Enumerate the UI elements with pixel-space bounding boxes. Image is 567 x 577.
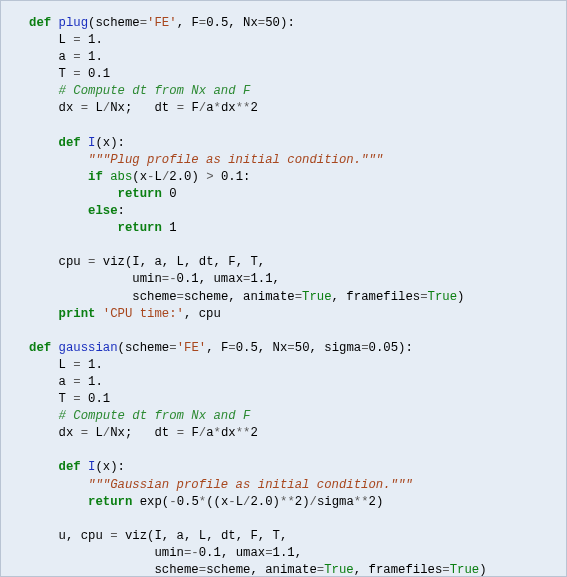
num: 50 <box>265 16 280 30</box>
sig: (x): <box>95 460 125 474</box>
num: 1.1 <box>273 546 295 560</box>
builtin-exp: exp <box>132 495 162 509</box>
eq: = <box>442 563 449 577</box>
arg: , cpu <box>184 307 221 321</box>
num: 1 <box>162 221 177 235</box>
arg: umin <box>29 546 184 560</box>
var: sigma <box>317 495 354 509</box>
eq: = <box>265 546 272 560</box>
eq: =- <box>162 272 177 286</box>
arg: , umax <box>221 546 265 560</box>
paren: ) <box>273 495 280 509</box>
call: viz(I, a, L, dt, F, T, <box>118 529 288 543</box>
func-name: gaussian <box>59 341 118 355</box>
eq: = <box>73 50 80 64</box>
eq: = <box>228 341 235 355</box>
expr: F <box>184 426 199 440</box>
expr: L <box>88 101 103 115</box>
expr: F <box>184 101 199 115</box>
keyword-print: print <box>29 307 95 321</box>
sig: (x): <box>95 136 125 150</box>
op: ** <box>280 495 295 509</box>
sig: , F <box>206 341 228 355</box>
num: 2 <box>369 495 376 509</box>
expr: a <box>206 101 213 115</box>
keyword-def: def <box>29 136 81 150</box>
eq: = <box>420 290 427 304</box>
eq: = <box>73 67 80 81</box>
arg: umin <box>29 272 162 286</box>
expr: Nx; dt <box>110 101 176 115</box>
sig: , F <box>177 16 199 30</box>
op: - <box>228 495 235 509</box>
op: > <box>206 170 213 184</box>
colon: : <box>118 204 125 218</box>
code-block: def plug(scheme='FE', F=0.5, Nx=50): L =… <box>29 15 556 577</box>
num: 0 <box>162 187 177 201</box>
arg: , framefiles <box>354 563 443 577</box>
eq: = <box>110 529 117 543</box>
expr: L <box>236 495 243 509</box>
keyword-return: return <box>29 221 162 235</box>
sig: , Nx <box>258 341 288 355</box>
num: 1.1 <box>250 272 272 286</box>
comment: # Compute dt from Nx and F <box>29 84 250 98</box>
call: viz(I, a, L, dt, F, T, <box>95 255 265 269</box>
close-paren: ) <box>479 563 486 577</box>
op: - <box>169 495 176 509</box>
comma: , <box>273 272 280 286</box>
num: 0.1 <box>199 546 221 560</box>
num: 0.5 <box>206 16 228 30</box>
num: 2 <box>250 101 257 115</box>
func-name: plug <box>59 16 89 30</box>
keyword-return: return <box>29 495 132 509</box>
eq: = <box>177 426 184 440</box>
assign: T <box>29 392 73 406</box>
builtin-true: True <box>450 563 480 577</box>
expr: dx <box>221 426 236 440</box>
keyword-if: if <box>29 170 103 184</box>
keyword-def: def <box>29 16 51 30</box>
eq: = <box>140 16 147 30</box>
eq: = <box>81 101 88 115</box>
sig-close: ): <box>280 16 295 30</box>
eq: = <box>73 375 80 389</box>
sig: , Nx <box>228 16 258 30</box>
str: 'FE' <box>177 341 207 355</box>
num: 0.5 <box>236 341 258 355</box>
eq: = <box>177 290 184 304</box>
expr: (x <box>132 170 147 184</box>
eq: = <box>73 358 80 372</box>
keyword-return: return <box>29 187 162 201</box>
num: 2.0 <box>169 170 191 184</box>
eq: = <box>287 341 294 355</box>
eq: = <box>177 101 184 115</box>
arg: scheme <box>29 290 177 304</box>
sig: (scheme <box>118 341 170 355</box>
comma: , <box>295 546 302 560</box>
eq: = <box>295 290 302 304</box>
val: 1. <box>81 375 103 389</box>
arg: scheme, animate <box>184 290 295 304</box>
expr: dx <box>221 101 236 115</box>
assign: dx <box>29 426 81 440</box>
keyword-def: def <box>29 460 81 474</box>
docstring: """Plug profile as initial condition.""" <box>29 153 383 167</box>
arg: , umax <box>199 272 243 286</box>
builtin-true: True <box>324 563 354 577</box>
eq: = <box>73 33 80 47</box>
builtin-true: True <box>302 290 332 304</box>
eq: = <box>73 392 80 406</box>
assign: a <box>29 375 73 389</box>
docstring: """Gaussian profile as initial condition… <box>29 478 413 492</box>
eq: =- <box>184 546 199 560</box>
arg: scheme, animate <box>206 563 317 577</box>
assign: u, cpu <box>29 529 110 543</box>
expr: L <box>88 426 103 440</box>
expr: L <box>154 170 161 184</box>
num: 2 <box>250 426 257 440</box>
op: / <box>310 495 317 509</box>
paren: ) <box>376 495 383 509</box>
num: 0.1: <box>214 170 251 184</box>
assign: L <box>29 33 73 47</box>
